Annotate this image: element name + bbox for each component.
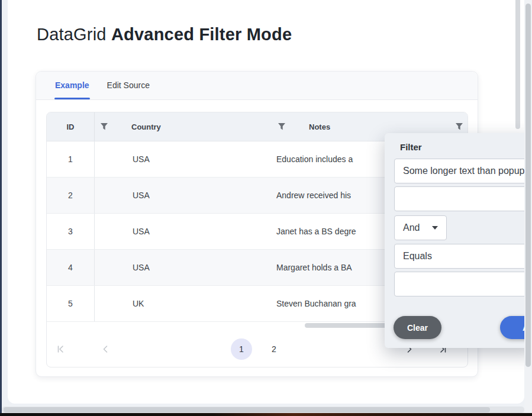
cell-id: 1 [47,141,95,177]
filter-value-1-text: Some longer text than popup [403,166,524,176]
tab-edit-source[interactable]: Edit Source [98,72,159,99]
column-header-notes: Notes [309,112,330,141]
cell-notes: Steven Buchanan gra [276,286,356,321]
window-bottom-edge [0,413,532,416]
page-button-2[interactable]: 2 [263,338,285,360]
filter-operator-value: Equals [403,251,432,262]
tab-bar: Example Edit Source [36,72,478,100]
page-button-1[interactable]: 1 [231,338,252,360]
cell-country: USA [133,178,150,213]
cell-id: 4 [47,250,95,285]
filter-funnel-icon[interactable] [100,122,108,131]
cell-country: UK [133,286,144,321]
filter-value-input-1[interactable]: Some longer text than popup [394,159,532,183]
browser-vertical-scrollbar[interactable] [524,0,532,413]
cell-notes: Janet has a BS degre [276,214,356,249]
clear-button[interactable]: Clear [394,316,441,339]
column-header-id: ID [47,112,95,141]
filter-value-input-2[interactable] [394,186,532,211]
cell-notes: Margaret holds a BA [276,250,352,285]
tab-example[interactable]: Example [46,72,98,99]
screen: DataGrid Advanced Filter Mode Example Ed… [0,0,532,416]
cell-notes: Education includes a [276,141,353,177]
cell-id: 5 [47,286,95,321]
cell-notes: Andrew received his [276,178,351,213]
browser-horizontal-scrollbar[interactable] [2,407,524,413]
filter-operator-select[interactable]: Equals [394,244,532,269]
filter-funnel-icon[interactable] [278,122,286,131]
cell-country: USA [133,214,150,249]
column-header-country: Country [131,112,161,141]
filter-logic-select[interactable]: And [394,215,447,240]
browser-horizontal-scrollbar-thumb[interactable] [4,407,490,412]
chevron-down-icon [432,226,438,230]
filter-popup: Filter Some longer text than popup And E… [385,133,532,348]
window-left-edge [0,0,2,416]
tab-edit-source-label: Edit Source [107,80,150,90]
filter-logic-value: And [403,222,420,233]
previous-page-icon[interactable] [96,340,115,359]
page-title-bold: Advanced Filter Mode [111,25,292,44]
page-title: DataGrid Advanced Filter Mode [37,25,292,44]
first-page-icon[interactable] [51,340,70,359]
page-title-regular: DataGrid [37,25,107,44]
tab-example-label: Example [55,80,89,90]
cell-country: USA [133,250,150,285]
browser-vertical-scrollbar-thumb[interactable] [525,4,531,367]
page-vertical-scrollbar-thumb[interactable] [515,0,520,129]
filter-value-input-3[interactable] [394,272,532,296]
filter-funnel-icon[interactable] [455,122,463,131]
cell-id: 2 [47,178,95,213]
active-tab-indicator [54,98,90,99]
filter-popup-title: Filter [400,142,422,152]
cell-id: 3 [47,214,95,249]
cell-country: USA [133,141,150,177]
